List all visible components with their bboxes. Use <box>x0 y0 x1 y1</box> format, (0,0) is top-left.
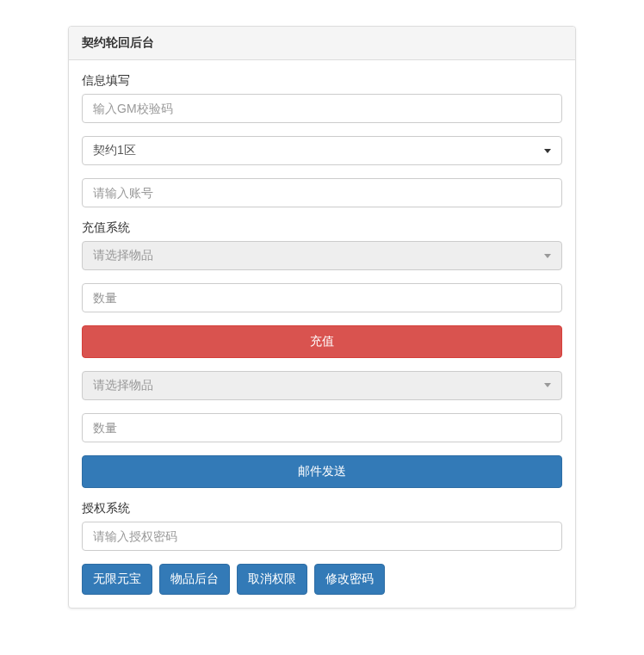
caret-down-icon <box>544 149 551 153</box>
quantity-input-2[interactable] <box>82 413 562 442</box>
auth-password-input[interactable] <box>82 522 562 551</box>
server-select-value: 契约1区 <box>93 142 136 159</box>
recharge-button[interactable]: 充值 <box>82 325 562 358</box>
item-select-1[interactable]: 请选择物品 <box>82 241 562 270</box>
quantity-input-1[interactable] <box>82 283 562 312</box>
account-input[interactable] <box>82 178 562 207</box>
caret-down-icon <box>544 383 551 387</box>
admin-panel: 契约轮回后台 信息填写 契约1区 充值系统 请选择物品 充值 请选择物品 邮件发… <box>68 26 576 609</box>
auth-system-label: 授权系统 <box>82 501 562 516</box>
panel-title: 契约轮回后台 <box>69 27 575 60</box>
panel-body: 信息填写 契约1区 充值系统 请选择物品 充值 请选择物品 邮件发送 授权系统 … <box>69 60 575 608</box>
item-select-2-placeholder: 请选择物品 <box>93 377 153 394</box>
gm-code-input[interactable] <box>82 94 562 123</box>
item-backend-button[interactable]: 物品后台 <box>159 564 230 595</box>
mail-send-button[interactable]: 邮件发送 <box>82 455 562 488</box>
item-select-2[interactable]: 请选择物品 <box>82 371 562 400</box>
caret-down-icon <box>544 254 551 258</box>
action-button-row: 无限元宝 物品后台 取消权限 修改密码 <box>82 564 562 595</box>
cancel-permission-button[interactable]: 取消权限 <box>237 564 307 595</box>
info-fill-label: 信息填写 <box>82 73 562 89</box>
recharge-system-label: 充值系统 <box>82 220 562 236</box>
server-select[interactable]: 契约1区 <box>82 136 562 165</box>
item-select-1-placeholder: 请选择物品 <box>93 247 153 264</box>
unlimited-gold-button[interactable]: 无限元宝 <box>82 564 152 595</box>
change-password-button[interactable]: 修改密码 <box>314 564 385 595</box>
